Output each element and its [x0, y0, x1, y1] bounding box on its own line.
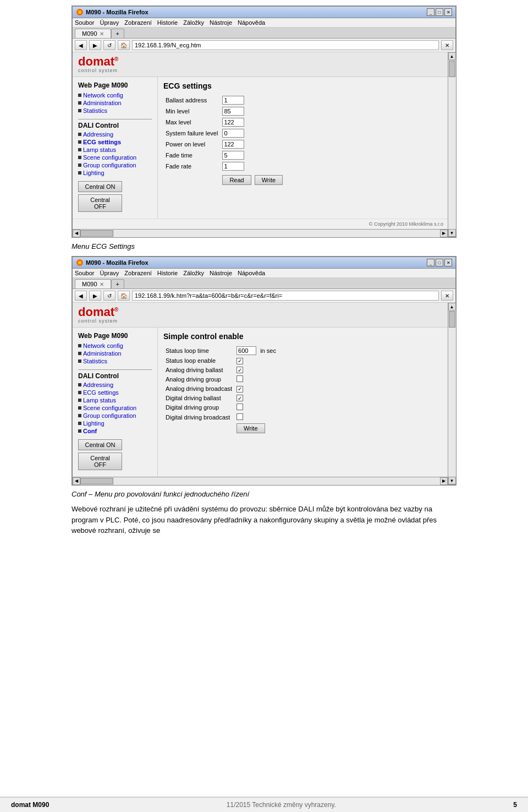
sidebar-link-addressing-2[interactable]: Addressing — [78, 381, 152, 389]
v-scrollbar-2[interactable]: ▲ ▼ — [448, 303, 455, 484]
failure-level-input[interactable] — [222, 129, 244, 138]
browser-inner-2: domat® control system Web Page M090 Netw… — [73, 303, 448, 484]
sidebar-link-ecg-settings-1[interactable]: ECG settings — [78, 138, 152, 146]
sidebar-link-lighting-2[interactable]: Lighting — [78, 419, 152, 427]
scroll-up-2[interactable]: ▲ — [448, 303, 456, 310]
home-button-1[interactable]: 🏠 — [118, 40, 130, 50]
sidebar-link-scene-config-2[interactable]: Scene configuration — [78, 404, 152, 412]
stop-button-2[interactable]: ✕ — [441, 291, 453, 301]
menu-nastroje-1[interactable]: Nástroje — [210, 19, 232, 26]
sidebar-link-network-config-2[interactable]: Network config — [78, 342, 152, 350]
minimize-button-1[interactable]: _ — [427, 8, 435, 16]
menu-historie-2[interactable]: Historie — [157, 270, 178, 276]
h-scrollbar-2[interactable]: ◀ ▶ — [73, 477, 448, 484]
scroll-track-2[interactable] — [448, 310, 456, 477]
forward-button-1[interactable]: ▶ — [89, 40, 101, 50]
menu-upravy-2[interactable]: Úpravy — [100, 270, 119, 276]
central-on-button-2[interactable]: Central ON — [78, 439, 122, 450]
menu-napoveda-2[interactable]: Nápověda — [238, 270, 265, 276]
analog-driving-ballast-checkbox[interactable]: ✓ — [237, 367, 243, 373]
new-tab-button-2[interactable]: + — [111, 279, 124, 288]
menu-upravy-1[interactable]: Úpravy — [100, 19, 119, 26]
scroll-down-1[interactable]: ▼ — [448, 229, 456, 237]
menu-napoveda-1[interactable]: Nápověda — [238, 19, 265, 26]
sidebar-link-administration-1[interactable]: Administration — [78, 99, 152, 107]
sidebar-link-lighting-1[interactable]: Lighting — [78, 169, 152, 177]
h-scroll-track-1[interactable] — [80, 230, 440, 237]
menu-zobrazeni-1[interactable]: Zobrazení — [124, 19, 152, 26]
max-level-input[interactable] — [222, 118, 244, 127]
scroll-down-2[interactable]: ▼ — [448, 477, 456, 484]
browser-tab-1[interactable]: M090 ✕ — [75, 29, 111, 38]
h-scroll-left-1[interactable]: ◀ — [73, 230, 80, 237]
menu-soubor-1[interactable]: Soubor — [75, 19, 94, 26]
h-scroll-track-2[interactable] — [80, 477, 440, 485]
sidebar-link-administration-2[interactable]: Administration — [78, 350, 152, 357]
write-button-2[interactable]: Write — [237, 423, 265, 433]
digital-driving-ballast-checkbox[interactable]: ✓ — [237, 395, 243, 401]
scroll-up-1[interactable]: ▲ — [448, 52, 456, 60]
sidebar-link-group-config-1[interactable]: Group configuration — [78, 161, 152, 169]
back-button-1[interactable]: ◀ — [75, 40, 87, 50]
menu-zobrazeni-2[interactable]: Zobrazení — [124, 270, 152, 276]
sidebar-link-lamp-status-1[interactable]: Lamp status — [78, 146, 152, 154]
h-scroll-right-2[interactable]: ▶ — [440, 477, 448, 485]
h-scroll-right-1[interactable]: ▶ — [440, 230, 448, 237]
h-scrollbar-1[interactable]: ◀ ▶ — [73, 229, 448, 237]
status-loop-time-input[interactable] — [237, 346, 256, 355]
digital-driving-group-checkbox[interactable] — [237, 404, 243, 410]
menu-zalozky-1[interactable]: Záložky — [183, 19, 204, 26]
fade-rate-input[interactable] — [222, 162, 244, 171]
read-button-1[interactable]: Read — [222, 175, 251, 185]
sidebar-link-statistics-1[interactable]: Statistics — [78, 107, 152, 115]
logo-reg-2: ® — [114, 307, 118, 313]
minimize-button-2[interactable]: _ — [427, 259, 435, 266]
status-loop-enable-checkbox[interactable]: ✓ — [237, 358, 243, 364]
forward-button-2[interactable]: ▶ — [89, 291, 101, 301]
h-scroll-left-2[interactable]: ◀ — [73, 477, 80, 485]
power-level-input[interactable] — [222, 140, 244, 149]
reload-button-1[interactable]: ↺ — [103, 40, 116, 50]
bottom-paragraph: Webové rozhraní je užitečné při uvádění … — [72, 504, 457, 536]
menu-historie-1[interactable]: Historie — [157, 19, 178, 26]
home-button-2[interactable]: 🏠 — [118, 291, 130, 301]
menu-soubor-2[interactable]: Soubor — [75, 270, 94, 276]
menu-zalozky-2[interactable]: Záložky — [183, 270, 204, 276]
central-off-button-1[interactable]: Central OFF — [78, 194, 122, 212]
min-level-input[interactable] — [222, 107, 244, 116]
maximize-button-1[interactable]: □ — [436, 8, 443, 16]
close-button-1[interactable]: ✕ — [444, 8, 452, 16]
sidebar-link-label-lighting-1: Lighting — [83, 170, 105, 176]
v-scrollbar-1[interactable]: ▲ ▼ — [448, 52, 455, 237]
sidebar-link-ecg-settings-2[interactable]: ECG settings — [78, 389, 152, 396]
close-button-2[interactable]: ✕ — [444, 259, 452, 266]
central-off-button-2[interactable]: Central OFF — [78, 453, 122, 470]
write-button-1[interactable]: Write — [255, 175, 283, 185]
sidebar-link-conf-2[interactable]: Conf — [78, 427, 152, 435]
sidebar-link-group-config-2[interactable]: Group configuration — [78, 412, 152, 419]
browser-tab-2[interactable]: M090 ✕ — [75, 279, 111, 288]
stop-button-1[interactable]: ✕ — [441, 40, 453, 50]
sidebar-link-addressing-1[interactable]: Addressing — [78, 130, 152, 138]
analog-driving-group-checkbox[interactable] — [237, 375, 243, 382]
ctrl-value-digital-broadcast — [234, 412, 278, 422]
tab-close-icon-1[interactable]: ✕ — [100, 31, 104, 37]
sidebar-link-lamp-status-2[interactable]: Lamp status — [78, 396, 152, 404]
digital-driving-broadcast-checkbox[interactable] — [237, 413, 243, 420]
maximize-button-2[interactable]: □ — [436, 259, 443, 266]
analog-driving-broadcast-checkbox[interactable]: ✓ — [237, 386, 243, 393]
back-button-2[interactable]: ◀ — [75, 291, 87, 301]
sidebar-link-network-config-1[interactable]: Network config — [78, 91, 152, 99]
new-tab-button-1[interactable]: + — [111, 29, 124, 38]
reload-button-2[interactable]: ↺ — [103, 291, 116, 301]
fade-time-input[interactable] — [222, 151, 244, 160]
menu-nastroje-2[interactable]: Nástroje — [210, 270, 232, 276]
ballast-address-input[interactable] — [222, 96, 244, 105]
central-on-button-1[interactable]: Central ON — [78, 181, 122, 192]
sidebar-link-scene-config-1[interactable]: Scene configuration — [78, 154, 152, 161]
scroll-track-1[interactable] — [448, 60, 456, 229]
sidebar-link-statistics-2[interactable]: Statistics — [78, 357, 152, 365]
url-bar-1[interactable] — [132, 40, 439, 50]
url-bar-2[interactable] — [132, 291, 439, 301]
tab-close-icon-2[interactable]: ✕ — [100, 281, 104, 287]
